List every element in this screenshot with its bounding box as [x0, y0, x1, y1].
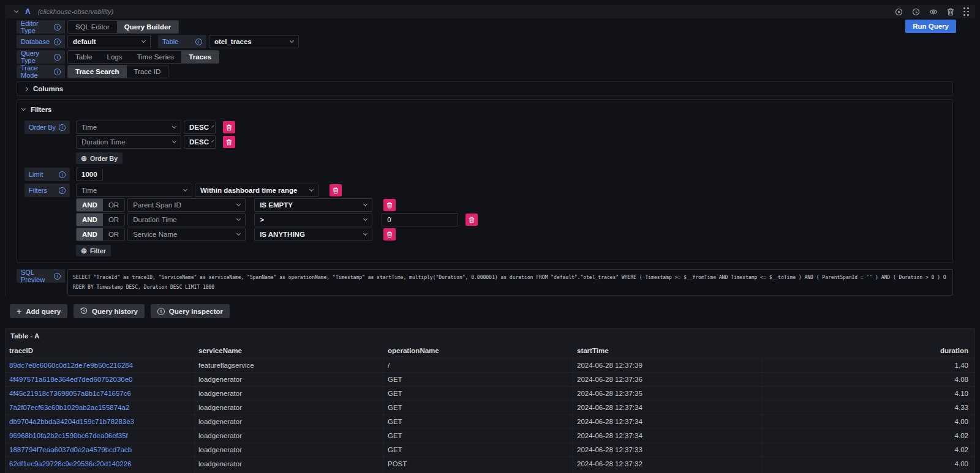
query-type-option-logs[interactable]: Logs	[100, 51, 130, 63]
and-option[interactable]: AND	[77, 228, 103, 240]
filters-section-header[interactable]: Filters	[22, 102, 945, 117]
info-icon[interactable]: i	[59, 171, 66, 178]
sql-preview-label: SQL Previewi	[17, 269, 65, 283]
drag-handle[interactable]	[963, 7, 969, 16]
columns-section-header[interactable]: Columns	[17, 82, 952, 95]
remove-filter-button[interactable]	[383, 199, 396, 211]
clock-icon[interactable]	[912, 8, 920, 16]
filter-field-select[interactable]: Duration Time	[127, 213, 246, 226]
duplicate-query-icon[interactable]	[895, 8, 903, 16]
duration-cell: 1.40	[763, 359, 974, 372]
trace-mode-option-trace-id[interactable]: Trace ID	[127, 65, 168, 78]
and-option[interactable]: AND	[77, 214, 103, 226]
trace-id-link[interactable]: 96968b10fa2b2c1590bc67dea06ef35f	[9, 432, 128, 439]
column-header-traceid[interactable]: traceID	[6, 343, 195, 358]
remove-order-by-button[interactable]	[223, 136, 235, 148]
trace-id-link[interactable]: 7a2f07ecf63c60b1029ab2ac155874a2	[9, 404, 129, 411]
filter-field-select[interactable]: Service Name	[127, 228, 246, 241]
query-type-option-traces[interactable]: Traces	[181, 51, 218, 63]
trace-id-link[interactable]: db9704a2bbda34204d159c71b78283e3	[9, 418, 134, 425]
query-row-header: A (clickhouse-observability)	[5, 5, 975, 18]
order-by-direction-select[interactable]: DESC	[184, 135, 216, 149]
order-by-field-select[interactable]: Duration Time	[76, 135, 181, 149]
info-icon[interactable]: i	[54, 54, 61, 61]
query-ref-id[interactable]: A	[25, 7, 31, 16]
table-row: 4f497571a618e364ed7ded60752030e0 loadgen…	[6, 372, 974, 386]
start-time-cell: 2024-06-28 12:37:32	[573, 457, 763, 471]
trace-id-cell: 62df1ec9a29728c9e29536c20d140226	[6, 457, 195, 471]
run-query-button[interactable]: Run Query	[905, 20, 956, 33]
limit-input[interactable]	[76, 168, 103, 181]
add-filter-button[interactable]: ⊕ Filter	[76, 245, 111, 256]
filter-operator-select[interactable]: >	[254, 213, 372, 226]
or-option[interactable]: OR	[103, 199, 124, 211]
chevron-down-icon	[21, 106, 26, 111]
query-inspector-button[interactable]: i Query inspector	[151, 304, 230, 318]
trace-id-link[interactable]: 4f497571a618e364ed7ded60752030e0	[9, 376, 132, 383]
trace-mode-option-trace-search[interactable]: Trace Search	[68, 65, 127, 78]
info-icon[interactable]: i	[54, 273, 61, 280]
service-name-cell: loadgenerator	[195, 401, 384, 414]
plus-icon: +	[17, 307, 21, 316]
info-icon[interactable]: i	[54, 69, 61, 75]
column-header-starttime[interactable]: startTime	[573, 343, 763, 358]
filter-field-select[interactable]: Time	[76, 184, 192, 197]
info-icon[interactable]: i	[54, 24, 61, 31]
add-query-button[interactable]: + Add query	[10, 304, 67, 318]
add-order-by-button[interactable]: ⊕ Order By	[76, 152, 123, 164]
and-option[interactable]: AND	[77, 199, 103, 211]
remove-filter-button[interactable]	[330, 184, 342, 196]
filter-operator-select[interactable]: IS ANYTHING	[254, 228, 372, 241]
and-or-toggle: AND OR	[76, 213, 125, 226]
trash-icon[interactable]	[947, 8, 954, 16]
or-option[interactable]: OR	[103, 228, 124, 240]
table-label: Tablei	[158, 35, 206, 48]
info-icon[interactable]: i	[54, 39, 61, 45]
service-name-cell: loadgenerator	[195, 443, 384, 456]
column-header-operationname[interactable]: operationName	[384, 343, 573, 358]
filters-section: Filters Order Byi Time DESC	[17, 99, 953, 263]
duration-cell: 4.08	[763, 373, 974, 386]
eye-icon[interactable]	[929, 8, 938, 16]
info-icon[interactable]: i	[59, 124, 66, 131]
query-footer: + Add query Query history i Query inspec…	[10, 304, 980, 318]
trace-id-link[interactable]: 1887794f7eaa6037d0e2a4579bcd7acb	[9, 446, 132, 453]
table-select[interactable]: otel_traces	[209, 35, 299, 48]
trace-id-link[interactable]: 4f45c21918c73698057a8b1c741657c6	[9, 390, 131, 397]
trace-mode-label: Trace Modei	[17, 65, 65, 78]
column-header-duration[interactable]: duration	[763, 343, 974, 358]
remove-order-by-button[interactable]	[223, 121, 235, 133]
trace-id-link[interactable]: 62df1ec9a29728c9e29536c20d140226	[9, 460, 132, 467]
filter-value-input[interactable]	[382, 213, 458, 226]
database-select[interactable]: default	[67, 35, 151, 48]
results-table: traceID serviceName operationName startT…	[6, 343, 974, 473]
order-by-field-select[interactable]: Time	[76, 121, 181, 134]
start-time-cell: 2024-06-28 12:37:39	[573, 359, 763, 372]
table-row: 96968b10fa2b2c1590bc67dea06ef35f loadgen…	[6, 428, 974, 442]
or-option[interactable]: OR	[103, 214, 124, 226]
order-by-direction-select[interactable]: DESC	[184, 121, 216, 134]
filter-operator-select[interactable]: IS EMPTY	[254, 198, 372, 212]
column-header-servicename[interactable]: serviceName	[195, 343, 384, 358]
trace-id-cell: db9704a2bbda34204d159c71b78283e3	[6, 415, 195, 428]
panel-title[interactable]: Table - A	[6, 329, 974, 343]
query-type-option-time-series[interactable]: Time Series	[129, 51, 181, 63]
filter-operator-select[interactable]: Within dashboard time range	[195, 184, 318, 197]
and-or-toggle: AND OR	[76, 228, 125, 241]
remove-filter-button[interactable]	[383, 228, 396, 240]
editor-type-option-sql-editor[interactable]: SQL Editor	[68, 21, 117, 33]
trace-id-link[interactable]: 89dc7e8c6060c0d12de7e9b50c216284	[9, 362, 133, 369]
info-icon[interactable]: i	[59, 187, 66, 194]
query-history-button[interactable]: Query history	[74, 304, 145, 318]
table-row: 1887794f7eaa6037d0e2a4579bcd7acb loadgen…	[6, 442, 974, 456]
query-type-option-table[interactable]: Table	[68, 51, 100, 63]
remove-filter-button[interactable]	[466, 214, 478, 226]
collapse-chevron-icon[interactable]	[14, 9, 18, 13]
filter-field-select[interactable]: Parent Span ID	[127, 198, 246, 212]
editor-type-option-query-builder[interactable]: Query Builder	[117, 21, 178, 33]
info-icon[interactable]: i	[195, 39, 202, 45]
info-icon: i	[157, 308, 165, 315]
query-type-label: Query Typei	[17, 50, 65, 64]
trace-id-cell: 96968b10fa2b2c1590bc67dea06ef35f	[6, 429, 195, 442]
filters-label: Filtersi	[24, 184, 70, 197]
